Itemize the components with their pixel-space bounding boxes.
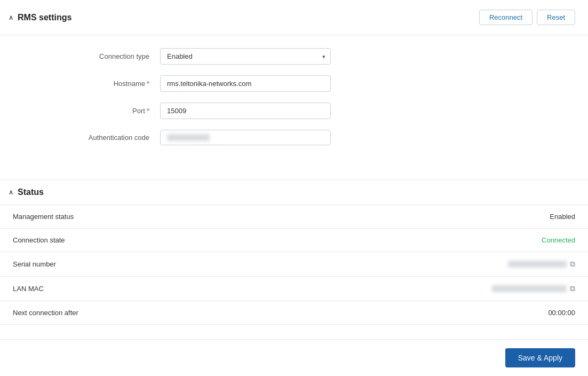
serial-number-key: Serial number (13, 260, 56, 268)
reconnect-button[interactable]: Reconnect (479, 10, 533, 25)
hostname-label: Hostname* (43, 80, 160, 88)
serial-number-value: ⧉ (508, 260, 575, 269)
management-status-value: Enabled (550, 213, 575, 221)
serial-number-row: Serial number ⧉ (0, 252, 588, 277)
hostname-row: Hostname* (0, 75, 588, 92)
connection-state-row: Connection state Connected (0, 229, 588, 252)
status-title: ∧ Status (9, 187, 44, 197)
reset-button[interactable]: Reset (537, 10, 575, 25)
port-input[interactable] (160, 103, 331, 119)
page-footer: Save & Apply (0, 339, 588, 376)
connection-type-select-wrapper: Enabled Disabled ▾ (160, 48, 331, 65)
management-status-row: Management status Enabled (0, 205, 588, 229)
rms-settings-label: RMS settings (18, 13, 71, 22)
lan-mac-row: LAN MAC ⧉ (0, 277, 588, 301)
rms-chevron-icon[interactable]: ∧ (9, 14, 13, 21)
serial-number-blurred (508, 261, 567, 268)
serial-number-copy-icon[interactable]: ⧉ (570, 260, 575, 269)
lan-mac-key: LAN MAC (13, 285, 44, 293)
status-label: Status (18, 187, 44, 197)
rms-form-section: Connection type Enabled Disabled ▾ Hostn… (0, 35, 588, 169)
connection-state-value: Connected (542, 236, 575, 244)
connection-type-label: Connection type (43, 52, 160, 60)
next-connection-key: Next connection after (13, 309, 78, 317)
lan-mac-copy-icon[interactable]: ⧉ (570, 284, 575, 293)
lan-mac-blurred (492, 285, 567, 292)
hostname-input[interactable] (160, 75, 331, 92)
auth-code-label: Authentication code (43, 134, 160, 142)
port-label: Port* (43, 107, 160, 115)
rms-settings-title: ∧ RMS settings (9, 13, 71, 22)
port-required: * (147, 107, 149, 115)
next-connection-row: Next connection after 00:00:00 (0, 301, 588, 325)
management-status-key: Management status (13, 213, 74, 221)
connection-state-key: Connection state (13, 236, 65, 244)
status-header: ∧ Status (0, 179, 588, 205)
connection-type-select[interactable]: Enabled Disabled (160, 48, 331, 65)
rms-settings-header: ∧ RMS settings Reconnect Reset (0, 0, 588, 35)
next-connection-value: 00:00:00 (548, 309, 575, 317)
status-section: ∧ Status Management status Enabled Conne… (0, 179, 588, 325)
auth-code-row: Authentication code (0, 130, 588, 145)
save-apply-button[interactable]: Save & Apply (505, 348, 575, 367)
page-container: ∧ RMS settings Reconnect Reset Connectio… (0, 0, 588, 376)
connection-type-row: Connection type Enabled Disabled ▾ (0, 48, 588, 65)
hostname-required: * (147, 80, 149, 88)
header-buttons: Reconnect Reset (479, 10, 575, 25)
auth-code-blurred (167, 134, 210, 141)
lan-mac-value: ⧉ (492, 284, 575, 293)
port-row: Port* (0, 103, 588, 119)
status-chevron-icon[interactable]: ∧ (9, 189, 13, 196)
